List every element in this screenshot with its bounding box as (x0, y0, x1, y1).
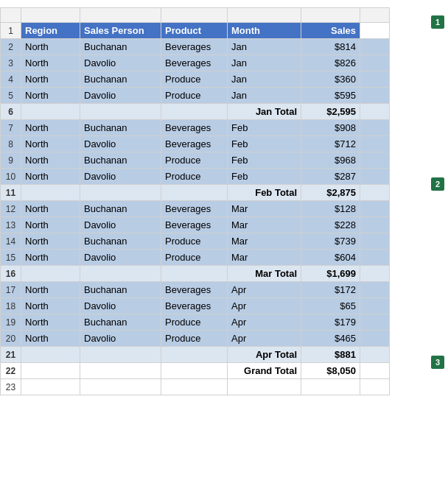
cell-sales-21[interactable]: $881 (301, 347, 360, 363)
cell-person-17[interactable]: Buchanan (80, 282, 161, 298)
cell-region-4[interactable]: North (21, 71, 80, 88)
cell-month-21[interactable]: Apr Total (228, 347, 301, 363)
cell-product-16[interactable] (161, 266, 228, 282)
cell-person-18[interactable]: Davolio (80, 298, 161, 314)
cell-region-6[interactable] (21, 104, 80, 120)
cell-sales-23[interactable] (301, 379, 360, 395)
col-d-header[interactable] (228, 8, 301, 23)
cell-product-2[interactable]: Beverages (161, 39, 228, 55)
cell-sales-13[interactable]: $228 (301, 217, 360, 233)
cell-month-9[interactable]: Feb (228, 152, 301, 169)
cell-region-23[interactable] (21, 379, 80, 395)
cell-product-10[interactable]: Produce (161, 169, 228, 185)
cell-month-19[interactable]: Apr (228, 314, 301, 331)
cell-month-6[interactable]: Jan Total (228, 104, 301, 120)
cell-sales-6[interactable]: $2,595 (301, 104, 360, 120)
cell-product-12[interactable]: Beverages (161, 201, 228, 217)
outline-button-3[interactable]: 3 (431, 356, 444, 369)
col-f-header[interactable] (360, 8, 390, 23)
cell-sales-12[interactable]: $128 (301, 201, 360, 217)
cell-region-19[interactable]: North (21, 314, 80, 331)
cell-region-11[interactable] (21, 185, 80, 201)
cell-sales-5[interactable]: $595 (301, 88, 360, 104)
cell-region-12[interactable]: North (21, 201, 80, 217)
cell-region-17[interactable]: North (21, 282, 80, 298)
cell-product-8[interactable]: Beverages (161, 136, 228, 152)
cell-region-7[interactable]: North (21, 120, 80, 136)
cell-person-7[interactable]: Buchanan (80, 120, 161, 136)
cell-person-10[interactable]: Davolio (80, 169, 161, 185)
cell-sales-22[interactable]: $8,050 (301, 363, 360, 379)
cell-region-15[interactable]: North (21, 250, 80, 266)
cell-month-5[interactable]: Jan (228, 88, 301, 104)
cell-month-3[interactable]: Jan (228, 55, 301, 71)
outline-button-1[interactable]: 1 (431, 15, 444, 29)
cell-product-19[interactable]: Produce (161, 314, 228, 331)
col-b-header[interactable] (80, 8, 161, 23)
cell-person-6[interactable] (80, 104, 161, 120)
cell-product-6[interactable] (161, 104, 228, 120)
cell-person-21[interactable] (80, 347, 161, 363)
cell-region-18[interactable]: North (21, 298, 80, 314)
cell-month-10[interactable]: Feb (228, 169, 301, 185)
cell-person-11[interactable] (80, 185, 161, 201)
cell-product-13[interactable]: Beverages (161, 217, 228, 233)
col-c-header[interactable] (161, 8, 228, 23)
cell-product-11[interactable] (161, 185, 228, 201)
cell-region-8[interactable]: North (21, 136, 80, 152)
cell-region-22[interactable] (21, 363, 80, 379)
cell-person-20[interactable]: Davolio (80, 331, 161, 347)
cell-month-15[interactable]: Mar (228, 250, 301, 266)
cell-product-7[interactable]: Beverages (161, 120, 228, 136)
cell-region-13[interactable]: North (21, 217, 80, 233)
cell-month-14[interactable]: Mar (228, 233, 301, 250)
cell-product-5[interactable]: Produce (161, 88, 228, 104)
cell-person-13[interactable]: Davolio (80, 217, 161, 233)
cell-sales-11[interactable]: $2,875 (301, 185, 360, 201)
cell-product-4[interactable]: Produce (161, 71, 228, 88)
cell-region-3[interactable]: North (21, 55, 80, 71)
cell-month-7[interactable]: Feb (228, 120, 301, 136)
cell-sales-14[interactable]: $739 (301, 233, 360, 250)
outline-button-2[interactable]: 2 (431, 177, 444, 191)
cell-person-4[interactable]: Buchanan (80, 71, 161, 88)
cell-month-13[interactable]: Mar (228, 217, 301, 233)
cell-month-2[interactable]: Jan (228, 39, 301, 55)
cell-month-18[interactable]: Apr (228, 298, 301, 314)
cell-product-22[interactable] (161, 363, 228, 379)
cell-region-16[interactable] (21, 266, 80, 282)
cell-region-9[interactable]: North (21, 152, 80, 169)
cell-month-20[interactable]: Apr (228, 331, 301, 347)
cell-product-3[interactable]: Beverages (161, 55, 228, 71)
cell-person-14[interactable]: Buchanan (80, 233, 161, 250)
cell-person-23[interactable] (80, 379, 161, 395)
cell-region-21[interactable] (21, 347, 80, 363)
cell-region-10[interactable]: North (21, 169, 80, 185)
cell-sales-8[interactable]: $712 (301, 136, 360, 152)
cell-product-18[interactable]: Beverages (161, 298, 228, 314)
col-e-header[interactable] (301, 8, 360, 23)
cell-sales-19[interactable]: $179 (301, 314, 360, 331)
cell-sales-9[interactable]: $968 (301, 152, 360, 169)
cell-month-22[interactable]: Grand Total (228, 363, 301, 379)
cell-month-12[interactable]: Mar (228, 201, 301, 217)
cell-sales-15[interactable]: $604 (301, 250, 360, 266)
cell-product-14[interactable]: Produce (161, 233, 228, 250)
cell-region-2[interactable]: North (21, 39, 80, 55)
cell-sales-20[interactable]: $465 (301, 331, 360, 347)
cell-month-11[interactable]: Feb Total (228, 185, 301, 201)
cell-sales-4[interactable]: $360 (301, 71, 360, 88)
cell-month-4[interactable]: Jan (228, 71, 301, 88)
cell-region-5[interactable]: North (21, 88, 80, 104)
cell-sales-10[interactable]: $287 (301, 169, 360, 185)
cell-person-5[interactable]: Davolio (80, 88, 161, 104)
cell-region-14[interactable]: North (21, 233, 80, 250)
cell-month-16[interactable]: Mar Total (228, 266, 301, 282)
cell-sales-3[interactable]: $826 (301, 55, 360, 71)
cell-sales-7[interactable]: $908 (301, 120, 360, 136)
cell-sales-18[interactable]: $65 (301, 298, 360, 314)
cell-product-21[interactable] (161, 347, 228, 363)
cell-person-22[interactable] (80, 363, 161, 379)
cell-sales-2[interactable]: $814 (301, 39, 360, 55)
cell-product-17[interactable]: Beverages (161, 282, 228, 298)
